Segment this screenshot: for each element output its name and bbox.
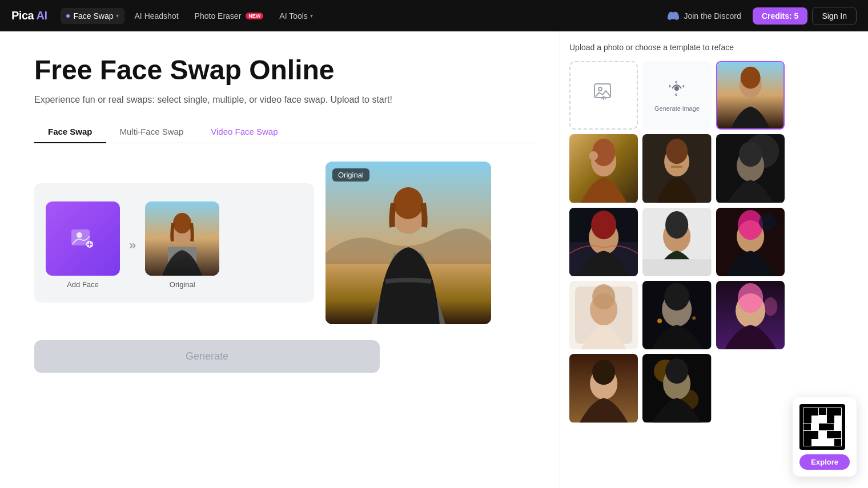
svg-rect-42 — [642, 259, 711, 276]
qr-block — [827, 431, 842, 438]
add-face-label: Add Face — [67, 280, 99, 289]
swap-preview: Original — [326, 162, 491, 324]
original-person-img — [145, 201, 219, 276]
svg-point-46 — [759, 213, 776, 231]
sidebar-title: Upload a photo or choose a template to r… — [569, 43, 785, 52]
template-item-7[interactable] — [716, 208, 785, 276]
ai-tools-chevron-icon: ▾ — [310, 13, 313, 19]
qr-block — [811, 416, 818, 422]
tab-multi-face-swap[interactable]: Multi-Face Swap — [106, 121, 198, 143]
nav-ai-headshot-label: AI Headshot — [135, 11, 179, 21]
page-subtitle: Experience fun or real swaps: select sin… — [34, 95, 537, 105]
swap-left-panel: Add Face » — [34, 183, 314, 303]
add-face-icon — [69, 225, 97, 252]
page-title: Free Face Swap Online — [34, 54, 537, 86]
svg-point-55 — [693, 316, 696, 320]
qr-block — [819, 408, 826, 415]
svg-point-67 — [665, 358, 688, 384]
svg-point-14 — [598, 87, 602, 91]
nav-photo-eraser-label: Photo Eraser — [195, 11, 242, 21]
template-item-8[interactable] — [569, 281, 638, 349]
template-7-preview — [716, 208, 785, 276]
qr-block — [834, 439, 841, 446]
nav-ai-tools[interactable]: AI Tools ▾ — [274, 8, 319, 24]
nav-photo-eraser[interactable]: Photo Eraser new — [189, 8, 270, 24]
svg-point-12 — [393, 187, 423, 219]
template-item-selected[interactable] — [716, 61, 785, 130]
template-1-preview — [569, 134, 638, 203]
generate-button[interactable]: Generate — [34, 340, 380, 373]
signin-button[interactable]: Sign In — [812, 7, 857, 25]
svg-point-18 — [674, 86, 679, 91]
content-area: Free Face Swap Online Experience fun or … — [0, 31, 560, 488]
add-face-box[interactable] — [46, 201, 120, 276]
preview-placeholder: Original — [326, 162, 491, 324]
original-thumbnail[interactable] — [145, 201, 219, 276]
template-12-preview — [642, 354, 711, 422]
active-indicator — [66, 14, 70, 18]
add-face-column: Add Face — [46, 201, 120, 289]
swap-container: Add Face » — [34, 162, 537, 324]
generate-image-label: Generate image — [654, 105, 700, 112]
original-column: Original — [145, 201, 219, 289]
preview-scene — [326, 162, 491, 324]
nav-ai-headshot[interactable]: AI Headshot — [129, 8, 184, 24]
tab-face-swap[interactable]: Face Swap — [34, 121, 106, 143]
template-item-11[interactable] — [569, 354, 638, 422]
qr-block — [811, 439, 818, 446]
tab-video-face-swap[interactable]: Video Face Swap — [197, 121, 291, 143]
svg-point-34 — [739, 142, 762, 167]
navbar: Pica AI Face Swap ▾ AI Headshot Photo Er… — [0, 0, 868, 31]
arrow-icon: » — [129, 238, 136, 253]
generate-image-box[interactable]: Generate image — [642, 61, 711, 130]
svg-point-1 — [77, 232, 82, 238]
template-item-4[interactable] — [716, 134, 785, 203]
qr-code — [799, 404, 845, 450]
template-10-preview — [716, 281, 785, 349]
template-item-1[interactable] — [569, 134, 638, 203]
qr-inner — [803, 408, 842, 446]
main-layout: Free Face Swap Online Experience fun or … — [0, 31, 868, 488]
template-item-2[interactable] — [642, 134, 711, 203]
svg-point-58 — [738, 283, 763, 313]
sidebar: Upload a photo or choose a template to r… — [560, 31, 794, 488]
upload-box[interactable] — [569, 61, 638, 130]
nav-face-swap[interactable]: Face Swap ▾ — [61, 8, 124, 24]
template-item-10[interactable] — [716, 281, 785, 349]
template-item-6[interactable] — [642, 208, 711, 276]
svg-point-41 — [665, 211, 688, 239]
qr-block — [819, 424, 834, 430]
svg-point-38 — [591, 211, 616, 239]
logo-ai: AI — [34, 9, 47, 22]
template-item-12[interactable] — [642, 354, 711, 422]
credits-button[interactable]: Credits: 5 — [753, 7, 808, 25]
template-2-preview — [642, 134, 711, 203]
svg-point-50 — [592, 284, 615, 309]
template-item-9[interactable] — [642, 281, 711, 349]
svg-point-54 — [657, 318, 662, 323]
svg-point-25 — [589, 151, 598, 160]
tabs-container: Face Swap Multi-Face Swap Video Face Swa… — [34, 121, 537, 143]
discord-button[interactable]: Join the Discord — [661, 7, 748, 25]
upload-icon — [593, 82, 614, 106]
logo[interactable]: Pica AI — [11, 9, 47, 22]
logo-pica: Pica — [11, 9, 34, 22]
template-grid: Generate image — [569, 61, 785, 423]
svg-rect-30 — [671, 166, 682, 168]
svg-point-21 — [740, 67, 760, 89]
template-9-preview — [642, 281, 711, 349]
template-5-preview — [569, 208, 638, 276]
logo-text: Pica AI — [11, 9, 47, 22]
nav-ai-tools-label: AI Tools — [279, 11, 308, 21]
chevron-down-icon: ▾ — [116, 13, 119, 19]
explore-button[interactable]: Explore — [799, 454, 850, 470]
template-11-preview — [569, 354, 638, 422]
svg-point-59 — [763, 297, 777, 316]
discord-icon — [668, 10, 679, 22]
generate-image-icon — [668, 79, 686, 102]
qr-overlay: Explore — [793, 397, 857, 477]
template-item-5[interactable] — [569, 208, 638, 276]
template-6-preview — [642, 208, 711, 276]
svg-point-62 — [592, 360, 615, 385]
nav-face-swap-label: Face Swap — [73, 11, 113, 21]
